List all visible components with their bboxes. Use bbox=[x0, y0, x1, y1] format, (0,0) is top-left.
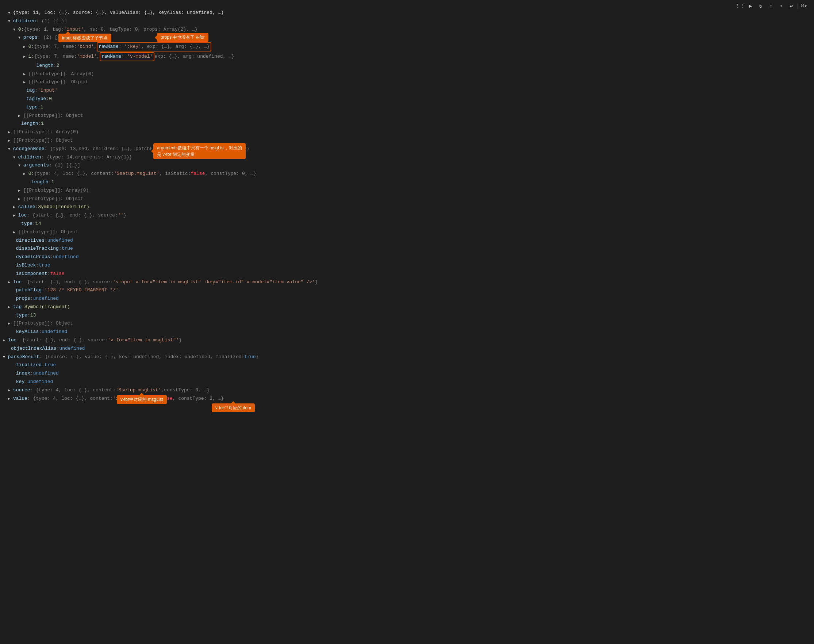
tree-row: value : {type: 4, loc: {…}, content: 'it… bbox=[0, 395, 814, 403]
tree-row: [[Prototype]]: Object bbox=[0, 195, 814, 203]
tree-row: [[Prototype]]: Array(0) bbox=[0, 187, 814, 195]
line-content: callee bbox=[15, 203, 35, 211]
tree-row: children : {type: 14, arguments: Array(1… bbox=[0, 153, 814, 162]
line-content: tag bbox=[23, 87, 35, 95]
tree-row: callee : Symbol(renderList) bbox=[0, 203, 814, 212]
line-content: tagType bbox=[23, 95, 46, 103]
tree-row: [[Prototype]]: Array(0) bbox=[0, 128, 814, 136]
line-content: children bbox=[15, 154, 41, 161]
line-content: isBlock bbox=[13, 262, 36, 270]
line-content: [[Prototype]]: Object bbox=[20, 112, 83, 120]
tree-row: tagType : 0 bbox=[0, 95, 814, 103]
toolbar-grip[interactable]: ⋮⋮ bbox=[736, 2, 744, 10]
tree-row: length : 2 bbox=[0, 62, 814, 70]
tree-row: loc : {start: {…}, end: {…}, source: '' … bbox=[0, 212, 814, 220]
tree-row: tag : Symbol(Fragment) bbox=[0, 303, 814, 311]
tree-row: keyAlias : undefined bbox=[0, 328, 814, 336]
line-content: source bbox=[10, 386, 30, 394]
line-content: objectIndexAlias bbox=[8, 345, 57, 353]
line-content: patchFlag bbox=[13, 287, 41, 294]
line-content: directives bbox=[13, 237, 44, 245]
tree-row: finalized : true bbox=[0, 361, 814, 370]
tree-row: loc : {start: {…}, end: {…}, source: '<i… bbox=[0, 278, 814, 287]
line-content: {type: 11, loc: {…}, source: {…}, valueA… bbox=[10, 9, 224, 17]
line-content: key bbox=[13, 378, 25, 386]
tree-row: isComponent : false bbox=[0, 270, 814, 278]
line-content: dynamicProps bbox=[13, 253, 50, 261]
line-content: 0: bbox=[26, 43, 34, 51]
toolbar-sep bbox=[797, 3, 798, 9]
line-content: [[Prototype]]: Array(0) bbox=[26, 71, 94, 78]
tree-row: parseResult : {source: {…}, value: {…}, … bbox=[0, 353, 814, 362]
line-content: 1: bbox=[26, 53, 34, 61]
vmodel-highlight: rawName: 'v-model' bbox=[100, 52, 155, 61]
tree-row: [[Prototype]]: Object bbox=[0, 136, 814, 145]
line-content: [[Prototype]]: Array(0) bbox=[10, 129, 78, 136]
tree-row: index : undefined bbox=[0, 370, 814, 378]
line-content: value bbox=[10, 395, 28, 403]
line-content: finalized bbox=[13, 362, 41, 369]
tree-row: children: (1) [{…}] bbox=[0, 17, 814, 26]
line-content: arguments bbox=[20, 162, 49, 169]
tree-row: 0: {type: 1, tag: 'input' , ns: 0, tagTy… bbox=[0, 26, 814, 34]
tree-row: length : 1 bbox=[0, 178, 814, 187]
tree-row: [[Prototype]]: Object bbox=[0, 112, 814, 120]
tree-row: [[Prototype]]: Array(0) bbox=[0, 70, 814, 78]
line-content: loc bbox=[10, 279, 21, 286]
line-content: 0: bbox=[26, 170, 34, 178]
line-content: type bbox=[23, 104, 38, 111]
line-content: tag bbox=[10, 304, 21, 311]
toolbar-undo[interactable]: ↩ bbox=[787, 2, 796, 10]
line-content: [[Prototype]]: Object bbox=[10, 320, 73, 328]
line-content: index bbox=[13, 370, 30, 377]
line-content: [[Prototype]]: Array(0) bbox=[20, 187, 89, 195]
line-content: length bbox=[34, 62, 54, 70]
tree-row: type : 14 bbox=[0, 220, 814, 228]
tree-row: length : 1 bbox=[0, 120, 814, 128]
line-content: props bbox=[20, 34, 38, 41]
toolbar-step-up[interactable]: ⬆ bbox=[777, 2, 785, 10]
line-content: 0: bbox=[15, 26, 24, 34]
tree-row: objectIndexAlias : undefined bbox=[0, 345, 814, 353]
line-content: children bbox=[10, 17, 36, 25]
toolbar-more[interactable]: ⌘▾ bbox=[800, 2, 808, 10]
line-content: [[Prototype]]: Object bbox=[26, 78, 88, 86]
tree-row: 0: {type: 7, name: 'bind' , rawName: ':k… bbox=[0, 42, 814, 52]
key-highlight: rawName: ':key', exp: {…}, arg: {…}, …} bbox=[97, 42, 212, 52]
tree-row: patchFlag : '128 /* KEYED_FRAGMENT */' bbox=[0, 286, 814, 294]
toolbar-play[interactable]: ▶ bbox=[747, 2, 754, 10]
line-content: isComponent bbox=[13, 270, 48, 278]
tree-row: disableTracking : true bbox=[0, 245, 814, 253]
annotation-item: v-for中对应的 item bbox=[212, 403, 255, 412]
tree-row: directives : undefined bbox=[0, 236, 814, 245]
line-content: type bbox=[18, 220, 32, 228]
tree-row: [[Prototype]]: Object bbox=[0, 78, 814, 86]
line-content: props bbox=[13, 295, 30, 303]
tree-row: arguments : (1) [{…}] bbox=[0, 161, 814, 170]
tree-row: tag : 'input' bbox=[0, 86, 814, 95]
input-tag-value: input bbox=[66, 27, 81, 32]
debug-tree: {type: 11, loc: {…}, source: {…}, valueA… bbox=[0, 2, 814, 403]
line-content: keyAlias bbox=[13, 328, 39, 336]
tree-row: props : (2) [{…}, {…}] props 中也没有了 v-for bbox=[0, 34, 814, 42]
line-content: [[Prototype]]: Object bbox=[15, 228, 78, 236]
line-content: parseResult bbox=[5, 353, 40, 361]
tree-row: {type: 11, loc: {…}, source: {…}, valueA… bbox=[0, 9, 814, 17]
line-content: type bbox=[13, 312, 28, 319]
tree-row: source : {type: 4, loc: {…}, content: '$… bbox=[0, 386, 814, 395]
line-content: [[Prototype]]: Object bbox=[10, 137, 73, 144]
tree-row: [[Prototype]]: Object bbox=[0, 319, 814, 328]
tree-row: 1: {type: 7, name: 'model' , rawName: 'v… bbox=[0, 52, 814, 62]
tree-row: dynamicProps : undefined bbox=[0, 253, 814, 261]
line-content: loc bbox=[5, 337, 17, 344]
line-content: length bbox=[29, 178, 49, 186]
toolbar-up[interactable]: ↑ bbox=[767, 2, 775, 10]
tree-row: props : undefined bbox=[0, 294, 814, 303]
tree-row: key : undefined bbox=[0, 378, 814, 386]
tree-row: [[Prototype]]: Object bbox=[0, 228, 814, 236]
tree-row: type : 13 bbox=[0, 311, 814, 320]
line-content: [[Prototype]]: Object bbox=[20, 195, 83, 203]
toolbar-refresh[interactable]: ↻ bbox=[757, 2, 765, 10]
line-content: codegenNode bbox=[10, 145, 44, 153]
tree-row: codegenNode : {type: 13, ned, children: … bbox=[0, 145, 814, 153]
